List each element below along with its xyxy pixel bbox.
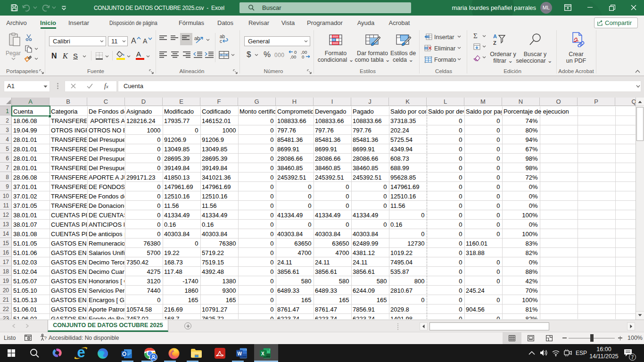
svg-text:?: ? [44, 336, 47, 340]
svg-text:X: X [261, 351, 264, 356]
svg-text:W: W [238, 351, 242, 356]
svg-text:c: c [220, 39, 222, 43]
svg-text:,00: ,00 [290, 54, 296, 59]
svg-text:Z: Z [493, 40, 496, 46]
svg-text:A: A [493, 33, 497, 39]
